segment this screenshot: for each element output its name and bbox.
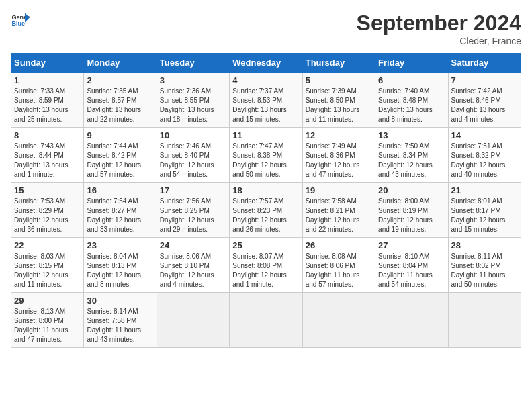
day-info: Sunrise: 7:53 AM Sunset: 8:29 PM Dayligh… xyxy=(14,197,81,234)
calendar-cell: 6Sunrise: 7:40 AM Sunset: 8:48 PM Daylig… xyxy=(375,73,448,128)
day-number: 29 xyxy=(14,295,81,306)
day-info: Sunrise: 7:40 AM Sunset: 8:48 PM Dayligh… xyxy=(378,87,445,124)
calendar-cell: 26Sunrise: 8:08 AM Sunset: 8:06 PM Dayli… xyxy=(302,238,375,293)
calendar-cell: 17Sunrise: 7:56 AM Sunset: 8:25 PM Dayli… xyxy=(157,183,229,238)
calendar-cell: 23Sunrise: 8:04 AM Sunset: 8:13 PM Dayli… xyxy=(84,238,157,293)
month-title: September 2024 xyxy=(357,11,521,36)
svg-text:Blue: Blue xyxy=(11,20,25,27)
day-number: 26 xyxy=(306,240,372,250)
day-number: 17 xyxy=(160,185,226,195)
calendar-cell: 25Sunrise: 8:07 AM Sunset: 8:08 PM Dayli… xyxy=(230,238,302,293)
day-info: Sunrise: 8:14 AM Sunset: 7:58 PM Dayligh… xyxy=(87,307,153,345)
calendar-cell: 7Sunrise: 7:42 AM Sunset: 8:46 PM Daylig… xyxy=(448,73,521,128)
page-header: General Blue September 2024 Cleder, Fran… xyxy=(11,11,521,46)
day-number: 21 xyxy=(451,185,518,195)
day-number: 6 xyxy=(378,75,445,85)
calendar-cell xyxy=(230,293,302,348)
day-number: 19 xyxy=(306,185,372,195)
calendar-cell xyxy=(448,293,521,348)
calendar-cell: 11Sunrise: 7:47 AM Sunset: 8:38 PM Dayli… xyxy=(230,128,302,183)
day-number: 11 xyxy=(232,130,299,140)
day-info: Sunrise: 7:56 AM Sunset: 8:25 PM Dayligh… xyxy=(160,197,226,234)
logo: General Blue xyxy=(11,11,30,30)
calendar-cell xyxy=(157,293,229,348)
calendar-cell: 1Sunrise: 7:33 AM Sunset: 8:59 PM Daylig… xyxy=(11,73,84,128)
calendar-cell: 30Sunrise: 8:14 AM Sunset: 7:58 PM Dayli… xyxy=(84,293,157,348)
calendar-cell: 2Sunrise: 7:35 AM Sunset: 8:57 PM Daylig… xyxy=(84,73,157,128)
day-number: 15 xyxy=(14,185,81,195)
day-info: Sunrise: 7:54 AM Sunset: 8:27 PM Dayligh… xyxy=(87,197,153,234)
day-number: 9 xyxy=(87,130,153,140)
weekday-header-saturday: Saturday xyxy=(448,54,521,73)
day-info: Sunrise: 7:50 AM Sunset: 8:34 PM Dayligh… xyxy=(378,142,445,179)
day-number: 25 xyxy=(232,240,299,250)
day-info: Sunrise: 7:46 AM Sunset: 8:40 PM Dayligh… xyxy=(160,142,226,179)
calendar-cell: 22Sunrise: 8:03 AM Sunset: 8:15 PM Dayli… xyxy=(11,238,84,293)
calendar-cell: 16Sunrise: 7:54 AM Sunset: 8:27 PM Dayli… xyxy=(84,183,157,238)
logo-icon: General Blue xyxy=(11,11,30,30)
day-info: Sunrise: 7:37 AM Sunset: 8:53 PM Dayligh… xyxy=(232,87,299,124)
day-info: Sunrise: 8:08 AM Sunset: 8:06 PM Dayligh… xyxy=(306,252,372,289)
day-info: Sunrise: 8:10 AM Sunset: 8:04 PM Dayligh… xyxy=(378,252,445,289)
day-info: Sunrise: 7:39 AM Sunset: 8:50 PM Dayligh… xyxy=(306,87,372,124)
day-info: Sunrise: 7:51 AM Sunset: 8:32 PM Dayligh… xyxy=(451,142,518,179)
day-number: 7 xyxy=(451,75,518,85)
calendar-cell: 24Sunrise: 8:06 AM Sunset: 8:10 PM Dayli… xyxy=(157,238,229,293)
day-number: 14 xyxy=(451,130,518,140)
day-number: 5 xyxy=(306,75,372,85)
calendar-cell: 8Sunrise: 7:43 AM Sunset: 8:44 PM Daylig… xyxy=(11,128,84,183)
day-info: Sunrise: 8:07 AM Sunset: 8:08 PM Dayligh… xyxy=(232,252,299,289)
weekday-header-sunday: Sunday xyxy=(11,54,84,73)
day-info: Sunrise: 7:58 AM Sunset: 8:21 PM Dayligh… xyxy=(306,197,372,234)
calendar-cell: 5Sunrise: 7:39 AM Sunset: 8:50 PM Daylig… xyxy=(302,73,375,128)
weekday-header-tuesday: Tuesday xyxy=(157,54,229,73)
calendar-cell: 10Sunrise: 7:46 AM Sunset: 8:40 PM Dayli… xyxy=(157,128,229,183)
calendar-cell: 21Sunrise: 8:01 AM Sunset: 8:17 PM Dayli… xyxy=(448,183,521,238)
calendar-cell: 4Sunrise: 7:37 AM Sunset: 8:53 PM Daylig… xyxy=(230,73,302,128)
day-number: 12 xyxy=(306,130,372,140)
weekday-header-wednesday: Wednesday xyxy=(230,54,302,73)
day-info: Sunrise: 8:01 AM Sunset: 8:17 PM Dayligh… xyxy=(451,197,518,234)
day-info: Sunrise: 7:35 AM Sunset: 8:57 PM Dayligh… xyxy=(87,87,153,124)
day-number: 2 xyxy=(87,75,153,85)
calendar-cell xyxy=(375,293,448,348)
day-info: Sunrise: 7:43 AM Sunset: 8:44 PM Dayligh… xyxy=(14,142,81,179)
calendar-cell: 14Sunrise: 7:51 AM Sunset: 8:32 PM Dayli… xyxy=(448,128,521,183)
day-info: Sunrise: 7:36 AM Sunset: 8:55 PM Dayligh… xyxy=(160,87,226,124)
day-number: 20 xyxy=(378,185,445,195)
weekday-header-friday: Friday xyxy=(375,54,448,73)
day-number: 18 xyxy=(232,185,299,195)
day-number: 23 xyxy=(87,240,153,250)
calendar-cell: 28Sunrise: 8:11 AM Sunset: 8:02 PM Dayli… xyxy=(448,238,521,293)
day-number: 13 xyxy=(378,130,445,140)
day-info: Sunrise: 8:04 AM Sunset: 8:13 PM Dayligh… xyxy=(87,252,153,289)
day-info: Sunrise: 7:49 AM Sunset: 8:36 PM Dayligh… xyxy=(306,142,372,179)
day-number: 16 xyxy=(87,185,153,195)
day-info: Sunrise: 7:47 AM Sunset: 8:38 PM Dayligh… xyxy=(232,142,299,179)
day-number: 28 xyxy=(451,240,518,250)
calendar-cell: 27Sunrise: 8:10 AM Sunset: 8:04 PM Dayli… xyxy=(375,238,448,293)
calendar-cell: 3Sunrise: 7:36 AM Sunset: 8:55 PM Daylig… xyxy=(157,73,229,128)
day-info: Sunrise: 8:13 AM Sunset: 8:00 PM Dayligh… xyxy=(14,307,81,345)
day-info: Sunrise: 8:00 AM Sunset: 8:19 PM Dayligh… xyxy=(378,197,445,234)
calendar-cell: 9Sunrise: 7:44 AM Sunset: 8:42 PM Daylig… xyxy=(84,128,157,183)
day-number: 24 xyxy=(160,240,226,250)
day-number: 22 xyxy=(14,240,81,250)
calendar-cell xyxy=(302,293,375,348)
day-info: Sunrise: 8:03 AM Sunset: 8:15 PM Dayligh… xyxy=(14,252,81,289)
calendar-cell: 13Sunrise: 7:50 AM Sunset: 8:34 PM Dayli… xyxy=(375,128,448,183)
day-number: 4 xyxy=(232,75,299,85)
calendar-cell: 29Sunrise: 8:13 AM Sunset: 8:00 PM Dayli… xyxy=(11,293,84,348)
location: Cleder, France xyxy=(357,36,521,46)
day-number: 8 xyxy=(14,130,81,140)
title-block: September 2024 Cleder, France xyxy=(357,11,521,46)
day-info: Sunrise: 7:33 AM Sunset: 8:59 PM Dayligh… xyxy=(14,87,81,124)
weekday-header-thursday: Thursday xyxy=(302,54,375,73)
day-number: 27 xyxy=(378,240,445,250)
day-number: 30 xyxy=(87,295,153,306)
day-number: 10 xyxy=(160,130,226,140)
day-number: 3 xyxy=(160,75,226,85)
weekday-header-monday: Monday xyxy=(84,54,157,73)
calendar-cell: 12Sunrise: 7:49 AM Sunset: 8:36 PM Dayli… xyxy=(302,128,375,183)
calendar-cell: 20Sunrise: 8:00 AM Sunset: 8:19 PM Dayli… xyxy=(375,183,448,238)
